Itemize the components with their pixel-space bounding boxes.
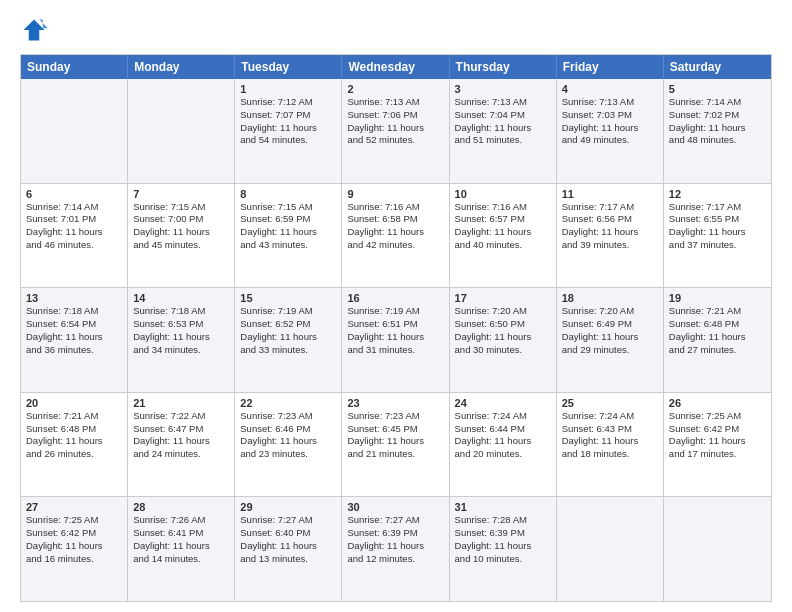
cell-info-line: Sunset: 6:42 PM: [26, 527, 122, 540]
cell-info-line: Daylight: 11 hours: [26, 226, 122, 239]
week-row-1: 6Sunrise: 7:14 AMSunset: 7:01 PMDaylight…: [21, 184, 771, 289]
cell-info-line: Sunrise: 7:16 AM: [455, 201, 551, 214]
cal-cell-4-6: [664, 497, 771, 601]
cell-info-line: Daylight: 11 hours: [455, 435, 551, 448]
cell-info-line: and 36 minutes.: [26, 344, 122, 357]
cell-info-line: and 24 minutes.: [133, 448, 229, 461]
cell-info-line: Sunrise: 7:13 AM: [562, 96, 658, 109]
cell-info-line: and 48 minutes.: [669, 134, 766, 147]
header-day-monday: Monday: [128, 55, 235, 79]
cal-cell-4-4: 31Sunrise: 7:28 AMSunset: 6:39 PMDayligh…: [450, 497, 557, 601]
day-number: 4: [562, 83, 658, 95]
cell-info-line: and 23 minutes.: [240, 448, 336, 461]
cell-info-line: Sunrise: 7:17 AM: [562, 201, 658, 214]
cal-cell-2-2: 15Sunrise: 7:19 AMSunset: 6:52 PMDayligh…: [235, 288, 342, 392]
cell-info-line: Daylight: 11 hours: [133, 331, 229, 344]
calendar: SundayMondayTuesdayWednesdayThursdayFrid…: [20, 54, 772, 602]
cell-info-line: Sunrise: 7:19 AM: [347, 305, 443, 318]
cal-cell-1-2: 8Sunrise: 7:15 AMSunset: 6:59 PMDaylight…: [235, 184, 342, 288]
cell-info-line: Sunset: 6:48 PM: [26, 423, 122, 436]
cell-info-line: and 40 minutes.: [455, 239, 551, 252]
cal-cell-3-3: 23Sunrise: 7:23 AMSunset: 6:45 PMDayligh…: [342, 393, 449, 497]
cell-info-line: Sunset: 6:55 PM: [669, 213, 766, 226]
cell-info-line: and 30 minutes.: [455, 344, 551, 357]
cell-info-line: Sunrise: 7:14 AM: [669, 96, 766, 109]
cal-cell-3-2: 22Sunrise: 7:23 AMSunset: 6:46 PMDayligh…: [235, 393, 342, 497]
cell-info-line: Daylight: 11 hours: [669, 331, 766, 344]
cell-info-line: Sunset: 6:57 PM: [455, 213, 551, 226]
cell-info-line: and 42 minutes.: [347, 239, 443, 252]
cell-info-line: Sunset: 6:54 PM: [26, 318, 122, 331]
day-number: 20: [26, 397, 122, 409]
day-number: 6: [26, 188, 122, 200]
cell-info-line: Sunrise: 7:23 AM: [347, 410, 443, 423]
cell-info-line: Daylight: 11 hours: [455, 226, 551, 239]
cell-info-line: Sunset: 6:41 PM: [133, 527, 229, 540]
cal-cell-0-5: 4Sunrise: 7:13 AMSunset: 7:03 PMDaylight…: [557, 79, 664, 183]
cal-cell-4-0: 27Sunrise: 7:25 AMSunset: 6:42 PMDayligh…: [21, 497, 128, 601]
cell-info-line: Sunset: 6:45 PM: [347, 423, 443, 436]
cal-cell-0-0: [21, 79, 128, 183]
cell-info-line: and 46 minutes.: [26, 239, 122, 252]
cell-info-line: Daylight: 11 hours: [240, 331, 336, 344]
day-number: 1: [240, 83, 336, 95]
cell-info-line: Sunrise: 7:14 AM: [26, 201, 122, 214]
cell-info-line: Daylight: 11 hours: [133, 226, 229, 239]
cell-info-line: Sunset: 6:42 PM: [669, 423, 766, 436]
cell-info-line: and 20 minutes.: [455, 448, 551, 461]
cell-info-line: Sunset: 6:58 PM: [347, 213, 443, 226]
cell-info-line: and 29 minutes.: [562, 344, 658, 357]
cell-info-line: Sunrise: 7:17 AM: [669, 201, 766, 214]
cell-info-line: Daylight: 11 hours: [26, 435, 122, 448]
cell-info-line: and 26 minutes.: [26, 448, 122, 461]
cell-info-line: Daylight: 11 hours: [26, 331, 122, 344]
cell-info-line: Daylight: 11 hours: [669, 435, 766, 448]
cal-cell-1-4: 10Sunrise: 7:16 AMSunset: 6:57 PMDayligh…: [450, 184, 557, 288]
cell-info-line: and 37 minutes.: [669, 239, 766, 252]
day-number: 17: [455, 292, 551, 304]
cal-cell-3-1: 21Sunrise: 7:22 AMSunset: 6:47 PMDayligh…: [128, 393, 235, 497]
day-number: 18: [562, 292, 658, 304]
cell-info-line: Daylight: 11 hours: [455, 540, 551, 553]
header-day-friday: Friday: [557, 55, 664, 79]
cell-info-line: and 39 minutes.: [562, 239, 658, 252]
cal-cell-1-6: 12Sunrise: 7:17 AMSunset: 6:55 PMDayligh…: [664, 184, 771, 288]
cell-info-line: Sunset: 6:46 PM: [240, 423, 336, 436]
cal-cell-2-4: 17Sunrise: 7:20 AMSunset: 6:50 PMDayligh…: [450, 288, 557, 392]
cell-info-line: Daylight: 11 hours: [669, 122, 766, 135]
day-number: 15: [240, 292, 336, 304]
day-number: 9: [347, 188, 443, 200]
cell-info-line: Sunrise: 7:27 AM: [347, 514, 443, 527]
day-number: 21: [133, 397, 229, 409]
cell-info-line: Daylight: 11 hours: [347, 540, 443, 553]
cal-cell-0-6: 5Sunrise: 7:14 AMSunset: 7:02 PMDaylight…: [664, 79, 771, 183]
cell-info-line: Sunrise: 7:16 AM: [347, 201, 443, 214]
cell-info-line: Sunset: 7:00 PM: [133, 213, 229, 226]
cell-info-line: Sunset: 6:50 PM: [455, 318, 551, 331]
cell-info-line: Sunrise: 7:13 AM: [455, 96, 551, 109]
cell-info-line: Daylight: 11 hours: [347, 435, 443, 448]
cal-cell-4-3: 30Sunrise: 7:27 AMSunset: 6:39 PMDayligh…: [342, 497, 449, 601]
week-row-2: 13Sunrise: 7:18 AMSunset: 6:54 PMDayligh…: [21, 288, 771, 393]
cal-cell-3-0: 20Sunrise: 7:21 AMSunset: 6:48 PMDayligh…: [21, 393, 128, 497]
cell-info-line: Sunset: 6:44 PM: [455, 423, 551, 436]
cell-info-line: Sunrise: 7:27 AM: [240, 514, 336, 527]
header-day-wednesday: Wednesday: [342, 55, 449, 79]
cell-info-line: Daylight: 11 hours: [240, 122, 336, 135]
cell-info-line: and 33 minutes.: [240, 344, 336, 357]
cell-info-line: and 43 minutes.: [240, 239, 336, 252]
cell-info-line: and 16 minutes.: [26, 553, 122, 566]
cell-info-line: Sunrise: 7:26 AM: [133, 514, 229, 527]
day-number: 5: [669, 83, 766, 95]
calendar-header: SundayMondayTuesdayWednesdayThursdayFrid…: [21, 55, 771, 79]
day-number: 11: [562, 188, 658, 200]
cell-info-line: Sunrise: 7:24 AM: [455, 410, 551, 423]
week-row-0: 1Sunrise: 7:12 AMSunset: 7:07 PMDaylight…: [21, 79, 771, 184]
day-number: 26: [669, 397, 766, 409]
cell-info-line: and 51 minutes.: [455, 134, 551, 147]
cell-info-line: Sunset: 7:07 PM: [240, 109, 336, 122]
day-number: 25: [562, 397, 658, 409]
header-day-sunday: Sunday: [21, 55, 128, 79]
cell-info-line: Daylight: 11 hours: [240, 435, 336, 448]
cal-cell-1-1: 7Sunrise: 7:15 AMSunset: 7:00 PMDaylight…: [128, 184, 235, 288]
